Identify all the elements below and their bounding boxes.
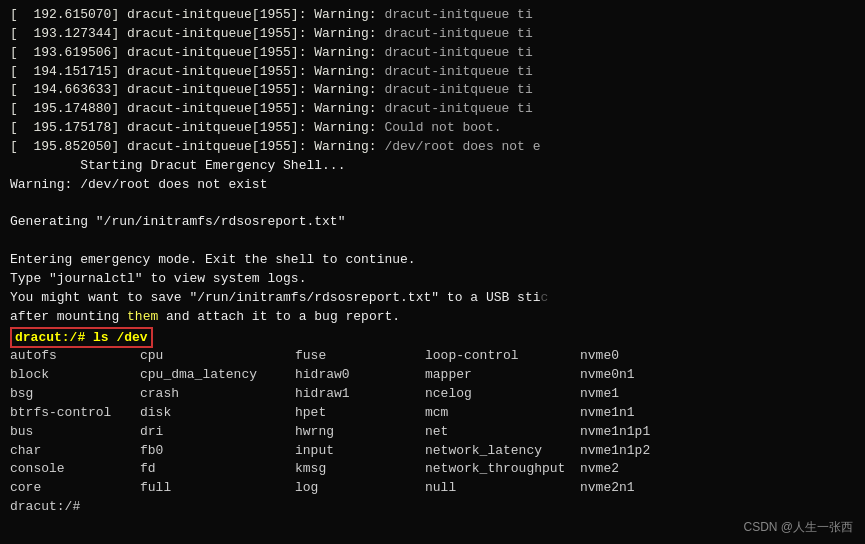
log-line: [ 195.175178] dracut-initqueue[1955]: Wa… <box>10 119 855 138</box>
dev-col-2: cpu cpu_dma_latency crash disk dri fb0 f… <box>140 347 295 517</box>
boot-log: [ 192.615070] dracut-initqueue[1955]: Wa… <box>10 6 855 326</box>
blank-line <box>10 232 855 251</box>
log-line: You might want to save "/run/initramfs/r… <box>10 289 855 308</box>
terminal-window: [ 192.615070] dracut-initqueue[1955]: Wa… <box>0 0 865 544</box>
dev-col-4: loop-control mapper ncelog mcm net netwo… <box>425 347 580 517</box>
log-line: [ 195.852050] dracut-initqueue[1955]: Wa… <box>10 138 855 157</box>
log-line: [ 194.663633] dracut-initqueue[1955]: Wa… <box>10 81 855 100</box>
log-line: Warning: /dev/root does not exist <box>10 176 855 195</box>
log-line: [ 195.174880] dracut-initqueue[1955]: Wa… <box>10 100 855 119</box>
highlighted-command: dracut:/# ls /dev <box>10 327 153 348</box>
log-line: after mounting them and attach it to a b… <box>10 308 855 327</box>
log-line: Generating "/run/initramfs/rdsosreport.t… <box>10 213 855 232</box>
log-line: [ 193.619506] dracut-initqueue[1955]: Wa… <box>10 44 855 63</box>
dev-listing: autofs block bsg btrfs-control bus char … <box>10 347 855 517</box>
watermark: CSDN @人生一张西 <box>743 519 853 536</box>
dev-col-5: nvme0 nvme0n1 nvme1 nvme1n1 nvme1n1p1 nv… <box>580 347 710 517</box>
log-line: Type "journalctl" to view system logs. <box>10 270 855 289</box>
dev-col-3: fuse hidraw0 hidraw1 hpet hwrng input km… <box>295 347 425 517</box>
log-line: Starting Dracut Emergency Shell... <box>10 157 855 176</box>
log-line: Entering emergency mode. Exit the shell … <box>10 251 855 270</box>
command-line-block: dracut:/# ls /dev <box>10 330 855 345</box>
log-line: [ 194.151715] dracut-initqueue[1955]: Wa… <box>10 63 855 82</box>
log-line: [ 192.615070] dracut-initqueue[1955]: Wa… <box>10 6 855 25</box>
dev-col-1: autofs block bsg btrfs-control bus char … <box>10 347 140 517</box>
blank-line <box>10 194 855 213</box>
log-line: [ 193.127344] dracut-initqueue[1955]: Wa… <box>10 25 855 44</box>
